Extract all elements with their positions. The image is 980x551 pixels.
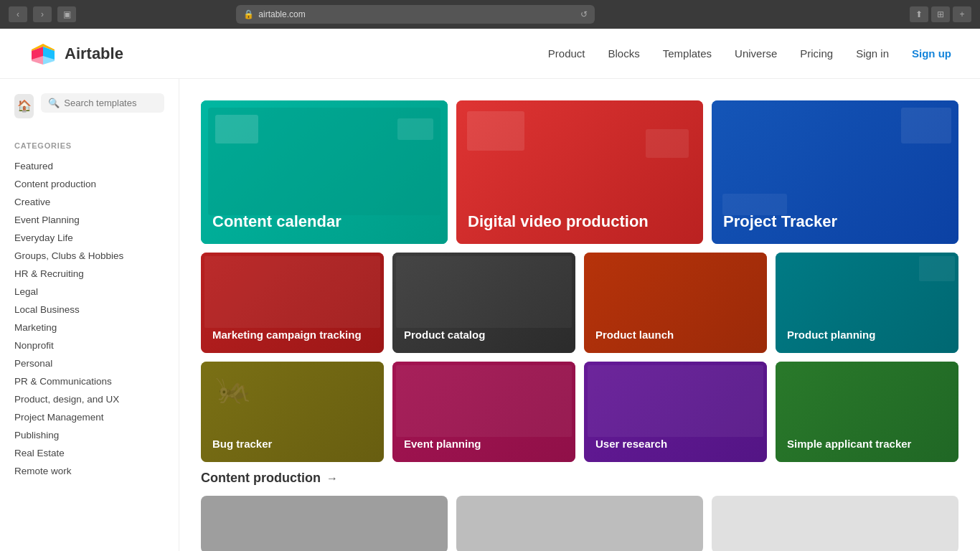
template-card-bug-tracker[interactable]: 🦗 Bug tracker: [201, 362, 384, 462]
main-content: Content calendar Digital video productio…: [179, 79, 980, 551]
card-title-product-catalog: Product catalog: [392, 316, 496, 354]
sidebar-item-featured[interactable]: Featured: [14, 157, 164, 175]
nav-signin[interactable]: Sign in: [856, 47, 889, 60]
logo-text: Airtable: [65, 44, 123, 63]
sidebar-home-button[interactable]: 🏠: [14, 94, 34, 118]
sidebar-item-event-planning[interactable]: Event Planning: [14, 211, 164, 229]
main-nav: Product Blocks Templates Universe Pricin…: [548, 47, 951, 60]
browser-address-bar: 🔒 airtable.com ↺: [236, 5, 595, 24]
section-heading: Content production →: [201, 471, 958, 486]
sidebar-item-project-management[interactable]: Project Management: [14, 408, 164, 426]
nav-universe[interactable]: Universe: [735, 47, 777, 60]
template-card-project-tracker[interactable]: Project Tracker: [712, 100, 958, 244]
sidebar-item-remote-work[interactable]: Remote work: [14, 462, 164, 480]
nav-product[interactable]: Product: [548, 47, 585, 60]
card-title-product-planning: Product planning: [776, 316, 887, 354]
sidebar-item-content-production[interactable]: Content production: [14, 175, 164, 193]
browser-url: airtable.com: [258, 9, 305, 19]
page-layout: 🏠 🔍 CATEGORIES Featured Content producti…: [0, 79, 980, 551]
template-card-event-planning[interactable]: Event planning: [392, 362, 575, 462]
logo[interactable]: Airtable: [29, 39, 123, 68]
card-title-event-planning: Event planning: [392, 425, 493, 463]
sidebar-top-row: 🏠 🔍: [14, 93, 164, 127]
card-title-bug-tracker: Bug tracker: [201, 425, 283, 463]
sidebar-item-creative[interactable]: Creative: [14, 193, 164, 211]
card-title-marketing-campaign: Marketing campaign tracking: [201, 316, 373, 354]
template-card-simple-applicant[interactable]: Simple applicant tracker: [776, 362, 958, 462]
card-title-content-calendar: Content calendar: [201, 200, 353, 244]
browser-forward-button[interactable]: ›: [33, 6, 52, 22]
lock-icon: 🔒: [243, 9, 254, 19]
browser-back-button[interactable]: ‹: [9, 6, 27, 22]
section-heading-arrow: →: [326, 472, 338, 485]
site-header: Airtable Product Blocks Templates Univer…: [0, 29, 980, 79]
row2-grid: Marketing campaign tracking Product cata…: [201, 253, 958, 353]
template-card-user-research[interactable]: User research: [584, 362, 767, 462]
sidebar-item-hr[interactable]: HR & Recruiting: [14, 265, 164, 283]
sidebar: 🏠 🔍 CATEGORIES Featured Content producti…: [0, 79, 179, 551]
add-tab-button[interactable]: +: [953, 6, 971, 22]
browser-actions: ⬆ ⊞ +: [910, 6, 971, 22]
nav-signup[interactable]: Sign up: [912, 47, 951, 60]
bottom-strip: [201, 496, 958, 551]
card-title-product-launch: Product launch: [584, 316, 685, 354]
nav-templates[interactable]: Templates: [663, 47, 712, 60]
logo-icon: [29, 39, 57, 68]
search-box: 🔍: [41, 93, 164, 113]
sidebar-item-publishing[interactable]: Publishing: [14, 426, 164, 444]
card-title-user-research: User research: [584, 425, 679, 463]
search-icon: 🔍: [48, 98, 60, 108]
section-heading-text: Content production: [201, 471, 321, 486]
new-tab-button[interactable]: ⊞: [931, 6, 950, 22]
sidebar-item-legal[interactable]: Legal: [14, 283, 164, 301]
search-input[interactable]: [64, 98, 157, 108]
bottom-card-3[interactable]: [712, 496, 958, 551]
sidebar-item-product-design[interactable]: Product, design, and UX: [14, 390, 164, 408]
sidebar-item-pr[interactable]: PR & Communications: [14, 372, 164, 390]
template-card-marketing-campaign[interactable]: Marketing campaign tracking: [201, 253, 384, 353]
template-card-product-planning[interactable]: Product planning: [776, 253, 958, 353]
template-card-product-launch[interactable]: Product launch: [584, 253, 767, 353]
sidebar-item-groups[interactable]: Groups, Clubs & Hobbies: [14, 247, 164, 265]
sidebar-item-real-estate[interactable]: Real Estate: [14, 444, 164, 462]
template-card-digital-video[interactable]: Digital video production: [456, 100, 703, 244]
template-card-content-calendar[interactable]: Content calendar: [201, 100, 448, 244]
bottom-card-1[interactable]: [201, 496, 448, 551]
refresh-icon[interactable]: ↺: [580, 9, 588, 19]
sidebar-item-marketing[interactable]: Marketing: [14, 319, 164, 336]
browser-sidebar-button[interactable]: ▣: [57, 6, 76, 22]
template-card-product-catalog[interactable]: Product catalog: [392, 253, 575, 353]
card-title-digital-video: Digital video production: [456, 200, 660, 244]
bottom-card-2[interactable]: [456, 496, 703, 551]
sidebar-item-everyday-life[interactable]: Everyday Life: [14, 229, 164, 247]
nav-blocks[interactable]: Blocks: [608, 47, 640, 60]
featured-grid: Content calendar Digital video productio…: [201, 100, 958, 244]
sidebar-item-personal[interactable]: Personal: [14, 354, 164, 372]
row3-grid: 🦗 Bug tracker Event planning User resear…: [201, 362, 958, 462]
card-title-project-tracker: Project Tracker: [712, 200, 849, 244]
nav-pricing[interactable]: Pricing: [800, 47, 833, 60]
share-button[interactable]: ⬆: [910, 6, 928, 22]
sidebar-item-local-business[interactable]: Local Business: [14, 301, 164, 319]
card-title-simple-applicant: Simple applicant tracker: [776, 425, 923, 463]
categories-label: CATEGORIES: [14, 141, 164, 150]
sidebar-item-nonprofit[interactable]: Nonprofit: [14, 336, 164, 354]
browser-chrome: ‹ › ▣ 🔒 airtable.com ↺ ⬆ ⊞ +: [0, 0, 980, 29]
